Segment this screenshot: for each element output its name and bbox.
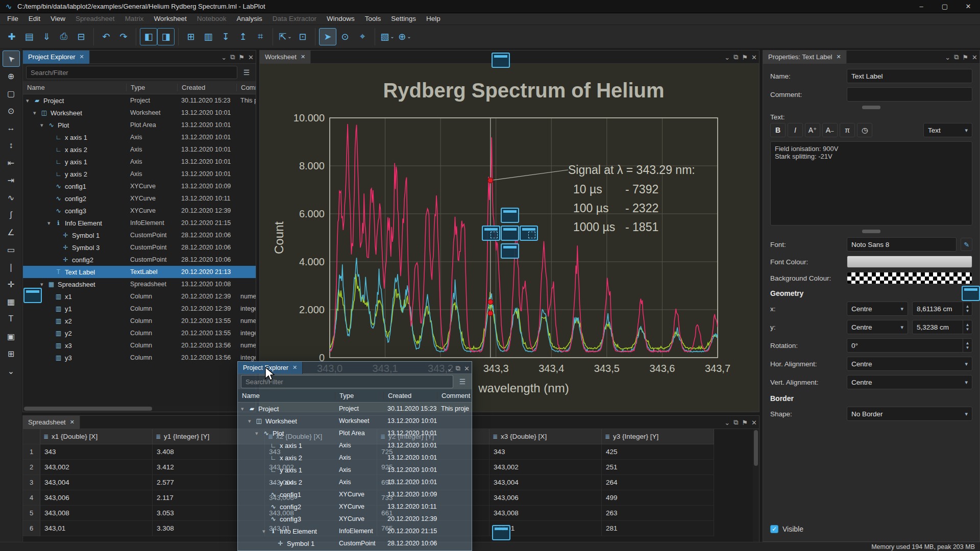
spreadsheet-cell[interactable]: 343 (489, 444, 602, 460)
spin-down-icon[interactable]: ▼ (966, 345, 970, 350)
tree-row[interactable]: ∿ config2 XYCurve 13.12.2020 10:11 (23, 192, 256, 205)
superscript-icon[interactable]: A⁺ (805, 123, 820, 137)
rotation-stepper[interactable]: 0°▲▼ (847, 338, 972, 353)
tree-row[interactable]: ∿ config1 XYCurve 13.12.2020 10:09 (23, 180, 256, 192)
close-panel-icon[interactable]: ✕ (751, 419, 757, 427)
expand-icon[interactable]: ▾ (241, 406, 248, 412)
redo-button[interactable]: ↷ (115, 28, 132, 45)
column-header-comment[interactable]: Comment (236, 84, 256, 91)
tree-row[interactable]: ▥ x3 Column 20.12.2020 13:56 numerical (23, 339, 256, 352)
tree-row[interactable]: ▥ y3 Column 20.12.2020 13:56 integer da (23, 352, 256, 364)
add-image-tool-button[interactable]: ▦ (3, 293, 20, 310)
x-position-stepper[interactable]: 8,61136 cm▲▼ (912, 302, 972, 316)
floating-project-explorer-window[interactable]: Project Explorer ✕ ⌄ ⧉ ✕ ☰ Name Type Cre… (237, 361, 472, 551)
tree-row[interactable]: ∟ x axis 1 Axis 13.12.2020 10:01 (23, 131, 256, 143)
add-curve-tool-button[interactable]: ∿ (3, 189, 20, 206)
zoom-select-mode-button[interactable]: ⌖ (354, 28, 371, 45)
pointer-mode-button[interactable]: ➤ (319, 28, 336, 45)
more-tools-button[interactable]: ⌄ (3, 363, 20, 379)
add-plot-tool-button[interactable]: ▣ (3, 328, 20, 344)
select-region-tool-button[interactable]: ▢ (3, 85, 20, 102)
hor-alignment-dropdown[interactable]: Centre▾ (847, 357, 972, 371)
vert-alignment-dropdown[interactable]: Centre▾ (847, 375, 972, 389)
spreadsheet-vertical-scrollbar[interactable] (753, 429, 759, 542)
x-anchor-dropdown[interactable]: Centre▾ (847, 302, 908, 316)
zoom-y-tool-button[interactable]: ↕ (3, 137, 20, 154)
shift-right-tool-button[interactable]: ⇥ (3, 172, 20, 188)
float-panel-icon[interactable]: ⧉ (954, 53, 959, 61)
expand-icon[interactable]: ▾ (33, 110, 40, 116)
panel-menu-icon[interactable]: ⌄ (945, 54, 950, 61)
pin-panel-icon[interactable]: ⚑ (238, 54, 244, 61)
font-field[interactable] (847, 237, 957, 252)
tree-row[interactable]: ∿ config3 XYCurve 20.12.2020 12:39 (238, 513, 472, 525)
dock-indicator-center-top[interactable] (501, 208, 519, 223)
tree-row[interactable]: ∿ config1 XYCurve 13.12.2020 10:09 (238, 488, 472, 500)
menu-spreadsheet[interactable]: Spreadsheet (70, 13, 120, 24)
menu-matrix[interactable]: Matrix (120, 13, 149, 24)
column-header-created[interactable]: Created (383, 392, 437, 399)
menu-analysis[interactable]: Analysis (231, 13, 267, 24)
export-data-button[interactable]: ↥ (234, 28, 252, 45)
menu-data-extractor[interactable]: Data Extractor (267, 13, 322, 24)
row-number[interactable]: 2 (23, 460, 40, 475)
info-marker[interactable] (488, 178, 493, 183)
menu-help[interactable]: Help (421, 13, 446, 24)
spreadsheet-cell[interactable]: 343,008 (489, 506, 602, 521)
name-field[interactable] (847, 69, 972, 83)
tree-row[interactable]: ∟ x axis 2 Axis 13.12.2020 10:01 (238, 452, 472, 464)
column-header-name[interactable]: Name (238, 392, 335, 399)
background-colour-swatch[interactable] (847, 272, 972, 284)
import-data-button[interactable]: ↧ (217, 28, 234, 45)
spreadsheet-cell[interactable]: 251 (602, 460, 714, 475)
undo-button[interactable]: ↶ (97, 28, 115, 45)
column-header-type[interactable]: Type (335, 392, 383, 399)
dock-indicator-center-right[interactable] (520, 226, 538, 241)
spreadsheet-cell[interactable]: 343,004 (489, 475, 602, 490)
dock-indicator-left-edge[interactable] (23, 288, 42, 303)
section-splitter-handle[interactable] (862, 230, 880, 233)
spreadsheet-cell[interactable]: 281 (602, 521, 714, 536)
spreadsheet-cell[interactable]: 343,006 (489, 490, 602, 506)
tree-row[interactable]: ▾ ▦ Spreadsheet Spreadsheet 13.12.2020 1… (23, 278, 256, 290)
menu-settings[interactable]: Settings (386, 13, 421, 24)
comment-field[interactable] (847, 87, 972, 102)
pin-panel-icon[interactable]: ⚑ (962, 54, 968, 61)
dock-indicator-center[interactable] (501, 226, 519, 241)
filter-options-icon[interactable]: ☰ (240, 66, 253, 79)
spreadsheet-cell[interactable]: 343,002 (40, 460, 153, 475)
row-number[interactable]: 5 (23, 506, 40, 521)
bold-icon[interactable]: B (770, 123, 786, 137)
close-panel-icon[interactable]: ✕ (972, 54, 977, 61)
row-number[interactable]: 3 (23, 475, 40, 490)
add-legend-tool-button[interactable]: ▭ (3, 241, 20, 258)
y-anchor-dropdown[interactable]: Centre▾ (847, 320, 908, 334)
dock-indicator-center-bottom[interactable] (501, 243, 519, 259)
save-project-button[interactable]: ⇓ (38, 28, 55, 45)
menu-notebook[interactable]: Notebook (192, 13, 232, 24)
tab-project-explorer[interactable]: Project Explorer ✕ (23, 51, 90, 64)
spin-up-icon[interactable]: ▲ (966, 304, 970, 309)
text-content-editor[interactable]: Field ionisation: 900V Stark splitting: … (770, 141, 972, 226)
spreadsheet-cell[interactable]: 343,006 (40, 490, 153, 506)
tree-row[interactable]: ✛ Symbol 1 CustomPoint 28.12.2020 10:06 (238, 537, 472, 549)
crosshair-tool-button[interactable]: ⊕ (3, 68, 20, 84)
spreadsheet-cell[interactable]: 343,004 (40, 475, 153, 490)
float-panel-icon[interactable]: ⧉ (733, 418, 738, 427)
menu-worksheet[interactable]: Worksheet (149, 13, 191, 24)
tree-row[interactable]: ▾ ℹ Info Element InfoElement 20.12.2020 … (23, 217, 256, 229)
expand-icon[interactable]: ▾ (248, 418, 255, 424)
spreadsheet-cell[interactable]: 264 (602, 475, 714, 490)
tree-row[interactable]: ∟ y axis 2 Axis 13.12.2020 10:01 (23, 168, 256, 180)
expand-icon[interactable]: ▾ (262, 528, 269, 535)
insert-symbol-icon[interactable]: π (840, 123, 855, 137)
menu-file[interactable]: File (2, 13, 23, 24)
tree-row[interactable]: ▥ y2 Column 20.12.2020 13:55 integer da (23, 327, 256, 339)
column-header[interactable]: ≣y3 {Integer} [Y] (602, 429, 714, 444)
spin-down-icon[interactable]: ▼ (966, 327, 970, 332)
minimize-button[interactable]: – (910, 0, 933, 13)
maximize-button[interactable]: ▢ (933, 0, 957, 13)
close-panel-icon[interactable]: ✕ (248, 54, 254, 61)
export-worksheet-button[interactable]: ⇱ (277, 28, 294, 45)
spreadsheet-cell[interactable]: 425 (602, 444, 714, 460)
